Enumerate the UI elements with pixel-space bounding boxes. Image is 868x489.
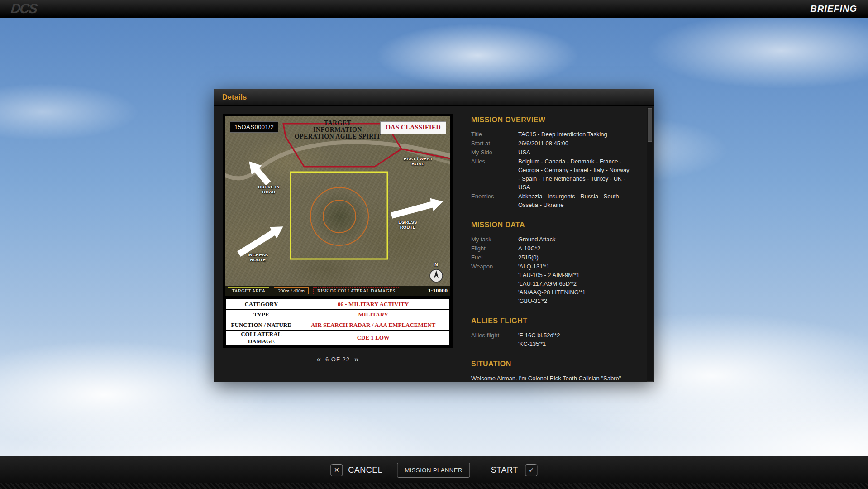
scrollbar-thumb[interactable]: [648, 108, 652, 142]
top-bar: DCS BRIEFING: [0, 0, 868, 18]
map-label-ingress-route: INGRESS ROUTE: [248, 252, 268, 262]
bottom-stripe-decoration: [0, 483, 868, 489]
row-label: Allies flight: [471, 331, 518, 348]
row-label: Title: [471, 130, 518, 139]
dialog-scrollbar[interactable]: [647, 107, 653, 382]
situation-text: Welcome Airman. I'm Colonel Rick Tooth C…: [471, 374, 632, 383]
weapon-list: 'ALQ-131'*1 'LAU-105 - 2 AIM-9M'*1 'LAU-…: [518, 262, 632, 305]
table-row: CATEGORY 06 - MILITARY ACTIVITY: [225, 299, 450, 309]
pagination: « 6 OF 22 »: [223, 356, 453, 363]
row-label: My task: [471, 235, 518, 244]
cancel-x-button[interactable]: ✕: [330, 464, 343, 476]
target-map-graphic: [225, 116, 450, 296]
table-row: COLLATERAL DAMAGE CDE 1 LOW: [225, 330, 450, 345]
row-label: Allies: [471, 157, 518, 192]
compass-icon: [430, 269, 443, 282]
bottom-bar: ✕ CANCEL MISSION PLANNER START ✓: [0, 456, 868, 483]
check-icon: ✓: [529, 466, 534, 474]
target-image-frame: 15OAS0001/2 TARGET INFORMATION OPERATION…: [223, 114, 453, 348]
mission-data-row: My task Ground Attack: [471, 235, 649, 244]
row-value: TAC15 - Deep Interdiction Tasking: [518, 130, 632, 139]
collateral-risk-chip: RISK OF COLLATERAL DAMAGES: [313, 287, 399, 294]
row-value: USA: [518, 148, 632, 157]
map-label-curve-in-road: CURVE IN ROAD: [258, 184, 280, 194]
mission-planner-button[interactable]: MISSION PLANNER: [397, 463, 470, 478]
next-page-button[interactable]: »: [354, 356, 358, 362]
page-indicator: 6 OF 22: [325, 356, 350, 363]
table-row: FUNCTION / NATURE AIR SEARCH RADAR / AAA…: [225, 320, 450, 330]
range-rings-chip: 200m / 400m: [274, 287, 309, 294]
prev-page-button[interactable]: «: [317, 356, 321, 362]
mission-data-row: Fuel 2515(0): [471, 253, 649, 262]
weapon-item: 'AN/AAQ-28 LITENING'*1: [518, 288, 632, 297]
overview-row: Allies Belgium - Canada - Denmark - Fran…: [471, 157, 649, 192]
row-label: Enemies: [471, 192, 518, 209]
map-scale-label: 1:10000: [428, 287, 448, 294]
allies-flight-list: 'F-16C bl.52d'*2 'KC-135'*1: [518, 331, 632, 348]
map-heading-line: OPERATION AGILE SPIRIT: [295, 133, 381, 140]
bottom-button-group: ✕ CANCEL MISSION PLANNER START ✓: [330, 456, 537, 484]
overview-row: Start at 26/6/2011 08:45:00: [471, 139, 649, 148]
dcs-logo: DCS: [10, 2, 37, 15]
section-title-allies-flight: ALLIES FLIGHT: [471, 317, 649, 325]
weapon-row: Weapon 'ALQ-131'*1 'LAU-105 - 2 AIM-9M'*…: [471, 262, 649, 305]
map-label-egress-route: EGRESS ROUTE: [398, 220, 417, 230]
dialog-title: Details: [222, 93, 247, 101]
map-heading: TARGET INFORMATION OPERATION AGILE SPIRI…: [295, 120, 381, 140]
overview-row: Title TAC15 - Deep Interdiction Tasking: [471, 130, 649, 139]
table-row-label: CATEGORY: [225, 299, 297, 309]
overview-row: My Side USA: [471, 148, 649, 157]
row-value: Ground Attack: [518, 235, 632, 244]
section-title-mission-data: MISSION DATA: [471, 221, 649, 229]
details-dialog: Details: [214, 89, 654, 382]
allies-flight-item: 'KC-135'*1: [518, 340, 632, 348]
weapon-item: 'LAU-105 - 2 AIM-9M'*1: [518, 271, 632, 279]
allies-flight-item: 'F-16C bl.52d'*2: [518, 331, 632, 340]
start-check-button[interactable]: ✓: [525, 464, 538, 476]
dialog-titlebar: Details: [214, 89, 654, 106]
allies-flight-row: Allies flight 'F-16C bl.52d'*2 'KC-135'*…: [471, 331, 649, 348]
table-row-value: AIR SEARCH RADAR / AAA EMPLACEMENT: [297, 320, 450, 330]
section-title-mission-overview: MISSION OVERVIEW: [471, 116, 649, 124]
table-row-label: FUNCTION / NATURE: [225, 320, 297, 330]
row-label: Start at: [471, 139, 518, 148]
table-row-value: MILITARY: [297, 309, 450, 320]
classification-badge: OAS CLASSIFIED: [380, 121, 446, 134]
weapon-item: 'GBU-31'*2: [518, 297, 632, 305]
collateral-ring-inner: [323, 200, 356, 233]
mission-data-row: Flight A-10C*2: [471, 244, 649, 253]
target-photo: 15OAS0001/2 TARGET INFORMATION OPERATION…: [225, 116, 450, 296]
row-value: Abkhazia - Insurgents - Russia - South O…: [518, 192, 632, 209]
section-title-situation: SITUATION: [471, 360, 649, 368]
row-label: Flight: [471, 244, 518, 253]
overview-row: Enemies Abkhazia - Insurgents - Russia -…: [471, 192, 649, 209]
close-icon: ✕: [334, 466, 339, 474]
weapon-item: 'LAU-117,AGM-65D'*2: [518, 279, 632, 288]
row-value: 26/6/2011 08:45:00: [518, 139, 632, 148]
table-row-value: 06 - MILITARY ACTIVITY: [297, 299, 450, 309]
egress-arrow-icon: [390, 195, 445, 222]
map-heading-line: INFORMATION: [295, 126, 381, 133]
collateral-ring-outer: [310, 187, 368, 245]
table-row-value: CDE 1 LOW: [297, 330, 450, 345]
start-button[interactable]: START: [491, 465, 518, 475]
map-ref-label: 15OAS0001/2: [230, 121, 278, 133]
dialog-body: 15OAS0001/2 TARGET INFORMATION OPERATION…: [214, 106, 654, 383]
target-area-chip: TARGET AREA: [228, 287, 269, 294]
row-value: 2515(0): [518, 253, 632, 262]
briefing-title: BRIEFING: [810, 4, 857, 14]
map-legend-bar: TARGET AREA 200m / 400m RISK OF COLLATER…: [225, 286, 450, 296]
cancel-button[interactable]: CANCEL: [348, 465, 382, 475]
row-label: My Side: [471, 148, 518, 157]
table-row-label: COLLATERAL DAMAGE: [225, 330, 297, 345]
target-info-table: CATEGORY 06 - MILITARY ACTIVITY TYPE MIL…: [225, 298, 450, 346]
row-value: A-10C*2: [518, 244, 632, 253]
weapon-item: 'ALQ-131'*1: [518, 262, 632, 271]
map-label-north: N: [434, 262, 438, 267]
map-heading-line: TARGET: [295, 120, 381, 126]
row-label: Weapon: [471, 262, 518, 305]
map-label-east-west-road: EAST / WEST ROAD: [404, 156, 433, 166]
row-label: Fuel: [471, 253, 518, 262]
row-value: Belgium - Canada - Denmark - France - Ge…: [518, 157, 632, 192]
table-row-label: TYPE: [225, 309, 297, 320]
